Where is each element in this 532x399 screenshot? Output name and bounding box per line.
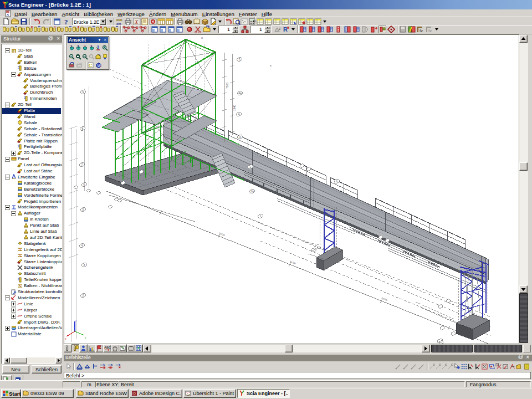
svg-text:fz: fz	[428, 28, 432, 33]
svg-text:6: 6	[84, 183, 85, 186]
svg-text:C: C	[89, 63, 93, 68]
svg-text:?: ?	[64, 18, 68, 25]
svg-text:ID: ID	[132, 392, 136, 395]
svg-text:4: 4	[81, 244, 83, 247]
svg-text:5x250: 5x250	[381, 296, 388, 301]
svg-text:5: 5	[83, 208, 84, 211]
svg-text:z: z	[279, 27, 281, 30]
svg-text:4a: 4a	[238, 91, 242, 95]
svg-text:1: 1	[260, 214, 262, 218]
svg-text:b: b	[336, 180, 338, 183]
svg-text:x: x	[201, 36, 203, 39]
svg-text:1a: 1a	[250, 190, 254, 193]
svg-text:R: R	[283, 26, 288, 33]
svg-text:9: 9	[83, 90, 84, 94]
svg-text:7: 7	[81, 163, 83, 166]
svg-text:5x250: 5x250	[219, 232, 226, 237]
svg-text:fz: fz	[420, 28, 423, 33]
svg-text:y: y	[85, 336, 86, 339]
svg-text:5: 5	[239, 58, 241, 61]
svg-text:ABC: ABC	[104, 346, 111, 349]
svg-text:2: 2	[250, 165, 252, 168]
svg-text:1940: 1940	[233, 105, 236, 111]
svg-text:Cad: Cad	[78, 62, 81, 65]
svg-text:X: X	[134, 19, 139, 25]
svg-text:z: z	[75, 319, 77, 322]
svg-text:x: x	[270, 64, 272, 67]
svg-text:5x250: 5x250	[290, 260, 297, 265]
svg-text:x: x	[65, 337, 66, 340]
svg-text:8: 8	[82, 127, 84, 130]
svg-text:mm: mm	[116, 18, 122, 22]
svg-text:3: 3	[239, 135, 241, 139]
svg-text:W: W	[98, 64, 101, 68]
svg-text:3: 3	[84, 263, 85, 267]
svg-text:7500: 7500	[226, 83, 229, 89]
svg-text:4: 4	[238, 112, 240, 116]
svg-text:2: 2	[83, 294, 84, 297]
